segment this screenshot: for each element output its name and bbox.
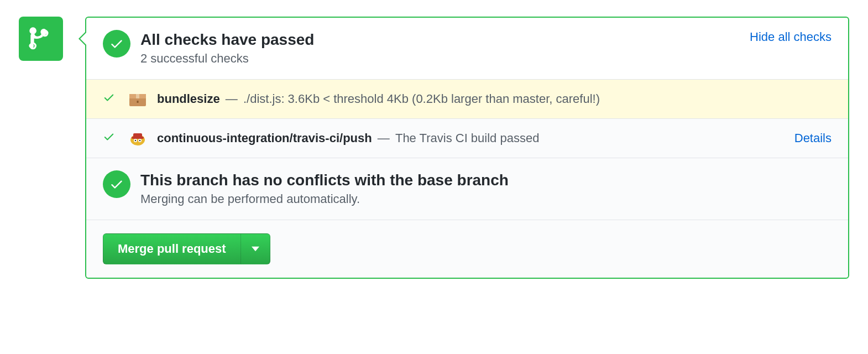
success-check-icon bbox=[103, 30, 130, 58]
hide-all-checks-link[interactable]: Hide all checks bbox=[750, 30, 832, 44]
merge-status-icon bbox=[19, 17, 63, 61]
merge-pull-request-button[interactable]: Merge pull request bbox=[103, 233, 240, 264]
check-row: continuous-integration/travis-ci/push — … bbox=[86, 118, 848, 158]
check-name: continuous-integration/travis-ci/push bbox=[157, 131, 372, 145]
package-icon bbox=[128, 90, 147, 108]
git-merge-icon bbox=[28, 26, 54, 51]
merge-options-dropdown[interactable] bbox=[240, 233, 270, 264]
merge-status-panel: All checks have passed 2 successful chec… bbox=[85, 17, 849, 279]
checks-header: All checks have passed 2 successful chec… bbox=[86, 18, 848, 80]
check-message: The Travis CI build passed bbox=[395, 131, 539, 145]
svg-point-13 bbox=[139, 140, 141, 142]
travis-icon bbox=[128, 129, 147, 148]
check-row: bundlesize — ./dist.js: 3.6Kb < threshol… bbox=[86, 80, 848, 118]
check-status-icon bbox=[103, 91, 116, 107]
conflicts-section: This branch has no conflicts with the ba… bbox=[86, 158, 848, 220]
svg-rect-9 bbox=[132, 137, 144, 139]
svg-rect-6 bbox=[137, 101, 139, 103]
checks-title: All checks have passed bbox=[140, 30, 750, 49]
check-message: ./dist.js: 3.6Kb < threshold 4Kb (0.2Kb … bbox=[243, 92, 600, 106]
svg-rect-5 bbox=[136, 94, 139, 98]
conflicts-title: This branch has no conflicts with the ba… bbox=[140, 170, 832, 190]
checks-subtitle: 2 successful checks bbox=[140, 51, 750, 66]
caret-down-icon bbox=[252, 246, 259, 252]
check-status-icon bbox=[103, 131, 116, 146]
conflicts-subtitle: Merging can be performed automatically. bbox=[140, 192, 832, 206]
success-check-icon bbox=[103, 170, 130, 198]
svg-point-12 bbox=[135, 140, 137, 142]
merge-footer: Merge pull request bbox=[86, 220, 848, 278]
check-details-link[interactable]: Details bbox=[794, 131, 832, 145]
check-name: bundlesize bbox=[157, 92, 220, 106]
